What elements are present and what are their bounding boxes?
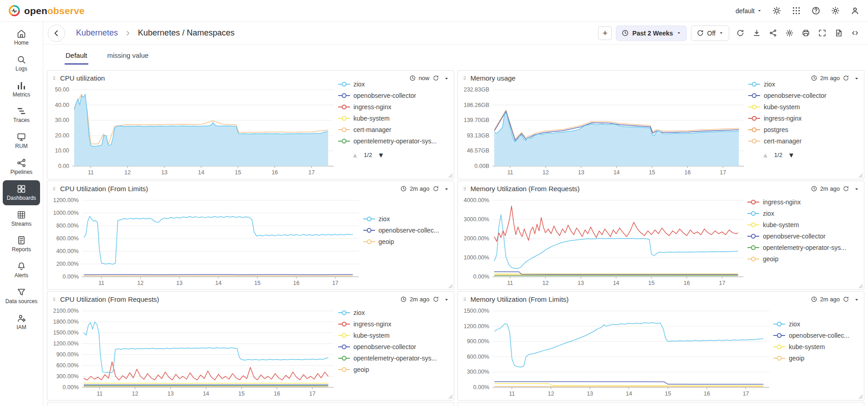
legend-item[interactable]: openobserve-collector (747, 233, 862, 240)
legend-item[interactable]: postgres (748, 126, 862, 133)
panel-resize-handle-icon[interactable] (858, 284, 863, 289)
auto-refresh-picker[interactable]: Off (691, 25, 729, 41)
sidebar-item-dashboards[interactable]: Dashboards (3, 180, 40, 205)
legend-page-down-icon[interactable]: ▼ (377, 151, 384, 159)
drag-handle-icon[interactable] (462, 74, 467, 82)
legend-page-down-icon[interactable]: ▼ (788, 151, 795, 159)
sidebar-item-iam[interactable]: IAM (3, 310, 40, 335)
legend-item[interactable]: geoip (338, 366, 452, 373)
drag-handle-icon[interactable] (52, 74, 56, 82)
panel-resize-handle-icon[interactable] (448, 173, 453, 178)
sidebar-item-alerts[interactable]: Alerts (3, 258, 40, 283)
sidebar-item-reports[interactable]: Reports (3, 232, 40, 257)
legend-item[interactable]: ziox (338, 309, 452, 316)
legend-item[interactable]: ziox (363, 215, 452, 223)
legend-item[interactable]: kube-system (773, 343, 862, 350)
tab-default[interactable]: Default (65, 47, 88, 65)
settings-button[interactable] (831, 6, 840, 15)
legend-item[interactable]: ingress-nginx (338, 320, 452, 328)
sidebar-item-label: RUM (15, 143, 27, 150)
legend-item[interactable]: kube-system (338, 115, 452, 122)
openobserve-logo[interactable]: openobserve (8, 5, 85, 17)
legend-marker-icon (747, 211, 759, 216)
sidebar-item-data-sources[interactable]: Data sources (3, 284, 40, 309)
svg-text:2100.00%: 2100.00% (53, 308, 79, 314)
svg-text:93.13GB: 93.13GB (467, 132, 489, 139)
panel-resize-handle-icon[interactable] (858, 173, 863, 178)
legend-item[interactable]: ingress-nginx (748, 115, 862, 122)
dashboard-toolbar: Kubernetes Kubernetes / Namespaces + Pas… (43, 22, 868, 45)
legend-item[interactable]: kube-system (747, 221, 862, 228)
fullscreen-button[interactable] (815, 26, 829, 40)
legend-label: cert-manager (764, 137, 802, 145)
refresh-button[interactable] (733, 26, 747, 40)
dashboard-panel-5: Memory Utilization (From Limits)2m ago0.… (457, 291, 865, 401)
account-button[interactable] (850, 6, 860, 15)
download-button[interactable] (750, 26, 763, 40)
legend-item[interactable]: openobserve-collector (338, 92, 452, 99)
legend-label: ziox (789, 320, 800, 328)
legend-item[interactable]: ziox (748, 81, 862, 88)
home-icon (16, 29, 26, 39)
sidebar-item-traces[interactable]: Traces (3, 102, 40, 127)
legend-item[interactable]: opentelemetry-operator-sys... (338, 355, 452, 362)
legend-item[interactable]: openobserve-collec... (363, 227, 452, 234)
drag-handle-icon[interactable] (52, 185, 56, 193)
legend-label: opentelemetry-operator-sys... (354, 137, 437, 145)
metrics-icon (16, 81, 26, 91)
legend-item[interactable]: kube-system (748, 103, 862, 111)
legend-item[interactable]: openobserve-collector (748, 92, 862, 99)
sidebar-item-rum[interactable]: RUM (3, 128, 40, 153)
add-panel-button[interactable]: + (598, 26, 612, 40)
legend-item[interactable]: opentelemetry-operator-sys... (338, 137, 452, 145)
legend-item[interactable]: ziox (747, 210, 862, 217)
legend-item[interactable]: opentelemetry-operator-sys... (747, 244, 862, 251)
legend-item[interactable]: ziox (338, 81, 452, 88)
share-button[interactable] (766, 26, 780, 40)
svg-text:15: 15 (665, 391, 671, 397)
panel-resize-handle-icon[interactable] (448, 284, 453, 289)
legend-item[interactable]: openobserve-collector (338, 343, 452, 350)
sidebar-item-streams[interactable]: Streams (3, 206, 40, 231)
legend-marker-icon (338, 138, 350, 144)
legend-item[interactable]: geoip (773, 355, 862, 362)
sidebar-item-metrics[interactable]: Metrics (3, 77, 40, 102)
legend-item[interactable]: geoip (363, 238, 452, 245)
legend-label: kube-system (354, 115, 390, 122)
sidebar-item-pipelines[interactable]: Pipelines (3, 154, 40, 179)
print-button[interactable] (799, 26, 812, 40)
legend-marker-icon (363, 228, 375, 233)
main-content: Kubernetes Kubernetes / Namespaces + Pas… (43, 22, 868, 406)
panel-resize-handle-icon[interactable] (858, 395, 863, 399)
legend-item[interactable]: cert-manager (748, 137, 862, 145)
legend-item[interactable]: geoip (747, 255, 862, 263)
tab-missing-value[interactable]: missing value (107, 47, 150, 65)
panel-resize-handle-icon[interactable] (448, 395, 453, 399)
panel-settings-button[interactable] (782, 26, 796, 40)
drag-handle-icon[interactable] (52, 295, 56, 303)
legend-item[interactable]: ziox (773, 320, 862, 328)
query-inspector-button[interactable] (848, 26, 862, 40)
org-selector[interactable]: default (736, 7, 762, 15)
apps-menu-button[interactable] (792, 6, 801, 15)
legend-item[interactable]: openobserve-collec... (773, 332, 862, 339)
time-range-value: Past 2 Weeks (632, 30, 673, 37)
back-button[interactable] (48, 25, 65, 42)
drag-handle-icon[interactable] (462, 295, 467, 303)
svg-text:0.00%: 0.00% (63, 384, 79, 391)
legend-page-up-icon[interactable]: ▲ (762, 151, 769, 159)
legend-item[interactable]: ingress-nginx (747, 198, 862, 206)
drag-handle-icon[interactable] (462, 185, 467, 193)
time-range-picker[interactable]: Past 2 Weeks (616, 25, 686, 41)
legend-item[interactable]: cert-manager (338, 126, 452, 133)
sidebar-item-logs[interactable]: Logs (3, 51, 40, 76)
theme-toggle-button[interactable] (772, 6, 782, 15)
svg-text:16: 16 (274, 391, 280, 397)
help-button[interactable] (811, 6, 821, 15)
legend-item[interactable]: kube-system (338, 332, 452, 339)
export-json-button[interactable] (832, 26, 845, 40)
legend-item[interactable]: ingress-nginx (338, 103, 452, 111)
breadcrumb-dashboard-folder[interactable]: Kubernetes (76, 28, 118, 38)
sidebar-item-home[interactable]: Home (3, 25, 40, 50)
legend-page-up-icon[interactable]: ▲ (352, 151, 359, 159)
